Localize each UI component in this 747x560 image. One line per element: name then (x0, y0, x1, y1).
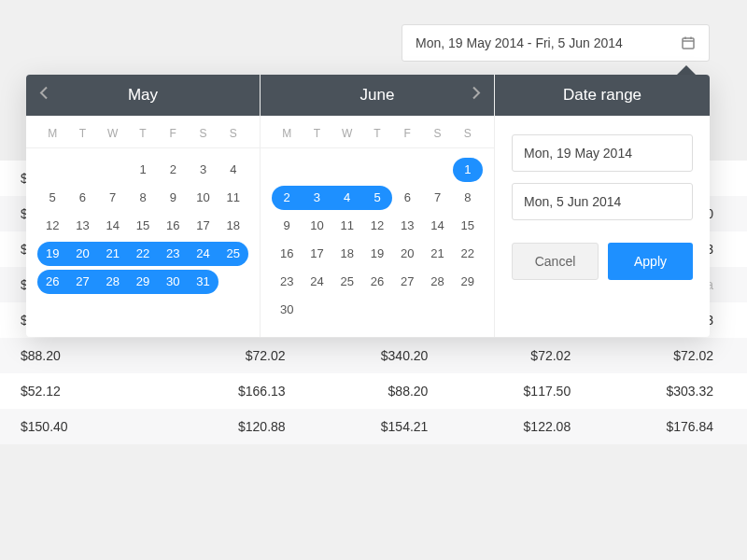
table-row: $88.20$72.02$340.20$72.02$72.02 (0, 338, 747, 373)
range-header: Date range (495, 75, 710, 116)
weekday-label: S (453, 123, 483, 144)
calendar-day[interactable]: 29 (453, 270, 483, 294)
calendar-day[interactable]: 24 (188, 242, 218, 266)
calendar-day[interactable]: 28 (98, 270, 128, 294)
calendar-day[interactable]: 6 (392, 186, 422, 210)
next-month-button[interactable] (466, 80, 486, 111)
weekday-label: S (218, 123, 248, 144)
calendar-day[interactable]: 4 (218, 158, 248, 182)
calendar-day[interactable]: 18 (218, 214, 248, 238)
calendar-day[interactable]: 22 (453, 242, 483, 266)
weekday-label: W (332, 123, 362, 144)
calendar-day[interactable]: 30 (158, 270, 188, 294)
calendar-day[interactable]: 12 (37, 214, 67, 238)
calendar-day[interactable]: 5 (362, 186, 392, 210)
calendar-day[interactable]: 5 (37, 186, 67, 210)
calendar-day[interactable]: 30 (272, 298, 302, 322)
range-title: Date range (563, 86, 641, 105)
calendar-icon (681, 35, 696, 50)
calendar-day[interactable]: 23 (158, 242, 188, 266)
svg-rect-0 (683, 38, 694, 49)
calendar-day[interactable]: 31 (188, 270, 218, 294)
calendar-day[interactable]: 9 (158, 186, 188, 210)
calendar-day[interactable]: 21 (422, 242, 452, 266)
calendar-day[interactable]: 24 (302, 270, 331, 294)
calendar-day[interactable]: 3 (188, 158, 218, 182)
month-header-left: May (26, 75, 260, 116)
weekday-label: F (158, 123, 188, 144)
month-name-right: June (360, 86, 395, 105)
calendar-day[interactable]: 21 (98, 242, 128, 266)
calendar-day[interactable]: 11 (332, 214, 362, 238)
weekday-label: S (422, 123, 452, 144)
calendar-day[interactable]: 19 (362, 242, 392, 266)
calendar-day[interactable]: 20 (67, 242, 97, 266)
calendar-day[interactable]: 11 (218, 186, 248, 210)
calendar-day[interactable]: 9 (272, 214, 302, 238)
calendar-day[interactable]: 16 (158, 214, 188, 238)
calendar-day[interactable]: 29 (128, 270, 158, 294)
weekday-label: T (302, 123, 331, 144)
calendar-day[interactable]: 18 (332, 242, 362, 266)
calendar-day[interactable]: 2 (158, 158, 188, 182)
cancel-button[interactable]: Cancel (512, 243, 599, 280)
weekday-row-left: MTWTFSS (26, 116, 260, 148)
calendar-day[interactable]: 12 (362, 214, 392, 238)
calendar-left: May MTWTFSS 1234567891011121314151617181… (26, 75, 261, 337)
calendar-day[interactable]: 1 (453, 158, 483, 182)
apply-button[interactable]: Apply (608, 243, 693, 280)
range-from-input[interactable] (512, 134, 693, 172)
calendar-day[interactable]: 20 (392, 242, 422, 266)
calendar-day[interactable]: 6 (67, 186, 97, 210)
calendar-day[interactable]: 10 (302, 214, 331, 238)
calendar-day[interactable]: 15 (128, 214, 158, 238)
range-panel: Date range Cancel Apply (495, 75, 710, 337)
date-range-text: Mon, 19 May 2014 - Fri, 5 Jun 2014 (416, 35, 623, 50)
date-range-trigger[interactable]: Mon, 19 May 2014 - Fri, 5 Jun 2014 (402, 24, 710, 62)
calendar-day[interactable]: 26 (362, 270, 392, 294)
calendar-day[interactable]: 13 (392, 214, 422, 238)
calendar-day[interactable]: 14 (98, 214, 128, 238)
calendar-right: June MTWTFSS 123456789101112131415161718… (261, 75, 495, 337)
table-cell: $122.08 (444, 419, 587, 434)
weekday-label: M (272, 123, 302, 144)
calendar-day[interactable]: 10 (188, 186, 218, 210)
calendar-day[interactable]: 14 (422, 214, 452, 238)
calendar-day[interactable]: 1 (128, 158, 158, 182)
calendar-day[interactable]: 23 (272, 270, 302, 294)
table-row: $150.40$120.88$154.21$122.08$176.84 (0, 409, 747, 444)
calendar-day[interactable]: 16 (272, 242, 302, 266)
calendar-day[interactable]: 15 (453, 214, 483, 238)
table-cell: $150.40 (17, 419, 160, 434)
calendar-day[interactable]: 28 (422, 270, 452, 294)
weekday-label: S (188, 123, 218, 144)
calendar-day[interactable]: 7 (422, 186, 452, 210)
date-range-popover: May MTWTFSS 1234567891011121314151617181… (26, 75, 710, 337)
calendar-day[interactable]: 3 (302, 186, 331, 210)
table-cell: $176.84 (587, 419, 730, 434)
prev-month-button[interactable] (34, 80, 54, 111)
table-cell: $52.12 (17, 384, 160, 399)
table-cell: $154.21 (303, 419, 445, 434)
calendar-day[interactable]: 26 (37, 270, 67, 294)
calendar-day[interactable]: 7 (98, 186, 128, 210)
calendar-day[interactable]: 17 (188, 214, 218, 238)
calendar-day[interactable]: 17 (302, 242, 331, 266)
calendar-day[interactable]: 19 (37, 242, 67, 266)
month-name-left: May (128, 86, 158, 105)
calendar-day[interactable]: 27 (392, 270, 422, 294)
calendar-day[interactable]: 8 (453, 186, 483, 210)
calendar-day[interactable]: 25 (218, 242, 248, 266)
calendar-day[interactable]: 22 (128, 242, 158, 266)
calendar-day[interactable]: 8 (128, 186, 158, 210)
calendar-day[interactable]: 13 (67, 214, 97, 238)
calendar-day[interactable]: 27 (67, 270, 97, 294)
days-grid-right: 1234567891011121314151617181920212223242… (261, 148, 494, 337)
popover-arrow (677, 65, 696, 75)
range-to-input[interactable] (512, 183, 693, 220)
calendar-day[interactable]: 2 (272, 186, 302, 210)
calendar-day[interactable]: 4 (332, 186, 362, 210)
days-grid-left: 1234567891011121314151617181920212223242… (26, 148, 260, 309)
table-cell: $72.02 (160, 348, 303, 363)
calendar-day[interactable]: 25 (332, 270, 362, 294)
